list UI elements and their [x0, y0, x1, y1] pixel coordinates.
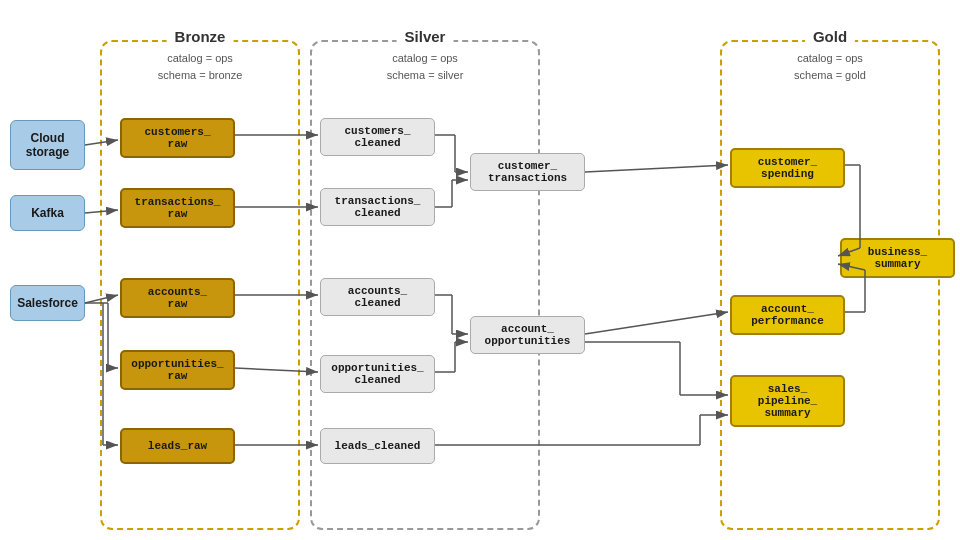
bronze-transactions-raw: transactions_raw [120, 188, 235, 228]
silver-accounts-cleaned: accounts_cleaned [320, 278, 435, 316]
diagram-container: Bronze catalog = ops schema = bronze Sil… [0, 0, 960, 540]
source-cloud-storage: Cloud storage [10, 120, 85, 170]
bronze-accounts-raw: accounts_raw [120, 278, 235, 318]
silver-customers-cleaned: customers_cleaned [320, 118, 435, 156]
zone-gold: Gold catalog = ops schema = gold [720, 40, 940, 530]
bronze-subtitle: catalog = ops schema = bronze [102, 50, 298, 83]
gold-customer-spending: customer_spending [730, 148, 845, 188]
bronze-leads-raw: leads_raw [120, 428, 235, 464]
silver-title: Silver [397, 28, 454, 45]
silver-customer-transactions: customer_transactions [470, 153, 585, 191]
bronze-title: Bronze [167, 28, 234, 45]
silver-subtitle: catalog = ops schema = silver [312, 50, 538, 83]
gold-business-summary: business_summary [840, 238, 955, 278]
silver-transactions-cleaned: transactions_cleaned [320, 188, 435, 226]
silver-account-opportunities: account_opportunities [470, 316, 585, 354]
silver-opportunities-cleaned: opportunities_cleaned [320, 355, 435, 393]
gold-subtitle: catalog = ops schema = gold [722, 50, 938, 83]
gold-title: Gold [805, 28, 855, 45]
gold-account-performance: account_performance [730, 295, 845, 335]
svg-line-28 [585, 312, 728, 334]
source-kafka: Kafka [10, 195, 85, 231]
silver-leads-cleaned: leads_cleaned [320, 428, 435, 464]
bronze-opportunities-raw: opportunities_raw [120, 350, 235, 390]
gold-sales-pipeline-summary: sales_pipeline_summary [730, 375, 845, 427]
source-salesforce: Salesforce [10, 285, 85, 321]
svg-line-27 [585, 165, 728, 172]
bronze-customers-raw: customers_raw [120, 118, 235, 158]
